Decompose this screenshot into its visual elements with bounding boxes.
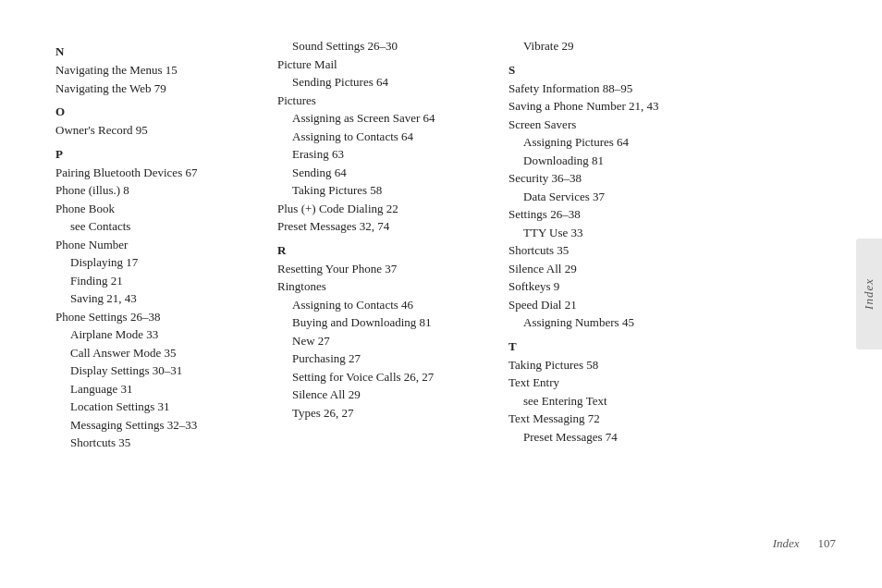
entry-level1: Shortcuts 35 [508,241,721,260]
entry-level1: Text Messaging 72 [508,410,721,428]
entry-level2: Taking Pictures 58 [277,181,499,200]
entry-level2: Sending Pictures 64 [277,73,499,92]
entry-level2: Call Answer Mode 35 [55,344,268,362]
entry-level1: Navigating the Menus 15 [55,61,268,80]
entry-level2: Shortcuts 35 [55,434,268,452]
entry-level1: Saving a Phone Number 21, 43 [508,97,721,116]
section-letter: R [277,243,499,258]
entry-level2: Location Settings 31 [55,398,268,416]
index-tab-label: Index [862,278,876,310]
entry-level2: Silence All 29 [277,386,499,404]
entry-level2: TTY Use 33 [508,224,721,242]
footer: Index 107 [55,527,836,551]
entry-level1: Screen Savers [508,116,721,134]
entry-level1: Plus (+) Code Dialing 22 [277,200,499,218]
entry-level1: Pairing Bluetooth Devices 67 [55,164,268,182]
entry-level1: Text Entry [508,374,721,392]
entry-level2: Assigning Numbers 45 [508,313,721,332]
entry-level2: Preset Messages 74 [508,428,721,447]
section-letter: S [508,63,721,78]
column-1: NNavigating the Menus 15Navigating the W… [55,37,277,527]
entry-level2: Downloading 81 [508,152,721,170]
entry-level2: Finding 21 [55,272,268,290]
entry-level2: Assigning to Contacts 64 [277,128,499,146]
entry-level1: Pictures [277,92,499,110]
column-3: Vibrate 29SSafety Information 88–95Savin… [508,37,730,527]
entry-level1: Phone Number [55,236,268,254]
entry-level2: Display Settings 30–31 [55,361,268,380]
entry-level1: Phone (illus.) 8 [55,181,268,200]
entry-level1: Navigating the Web 79 [55,80,268,98]
entry-level2: Data Services 37 [508,188,721,206]
entry-level2: Vibrate 29 [508,37,721,55]
index-tab: Index [856,239,882,349]
entry-level2: Setting for Voice Calls 26, 27 [277,368,499,386]
entry-level1: Phone Book [55,200,268,218]
footer-label: Index [773,536,800,551]
entry-level2: Language 31 [55,380,268,398]
entry-level2: Assigning as Screen Saver 64 [277,109,499,128]
page: NNavigating the Menus 15Navigating the W… [0,0,882,588]
entry-level2: Messaging Settings 32–33 [55,416,268,435]
entry-level1: Picture Mail [277,55,499,74]
entry-level1: Resetting Your Phone 37 [277,260,499,278]
entry-level1: Speed Dial 21 [508,296,721,314]
entry-level2: Purchasing 27 [277,349,499,368]
entry-level2: Assigning to Contacts 46 [277,296,499,314]
entry-level1: Settings 26–38 [508,205,721,224]
section-letter: P [55,147,268,162]
entry-level2: Types 26, 27 [277,404,499,423]
entry-level2: Assigning Pictures 64 [508,133,721,152]
entry-level1: Softkeys 9 [508,277,721,296]
see-reference: see Entering Text [508,392,721,410]
entry-level1: Silence All 29 [508,260,721,278]
entry-level1: Owner's Record 95 [55,121,268,140]
entry-level1: Taking Pictures 58 [508,356,721,374]
column-2: Sound Settings 26–30Picture MailSending … [277,37,508,527]
entry-level1: Phone Settings 26–38 [55,308,268,326]
entry-level2: Buying and Downloading 81 [277,313,499,332]
entry-level2: Displaying 17 [55,253,268,272]
entry-level2: Sending 64 [277,164,499,182]
section-letter: N [55,44,268,59]
entry-level2: New 27 [277,332,499,350]
section-letter: T [508,339,721,354]
entry-level2: Erasing 63 [277,145,499,164]
section-letter: O [55,104,268,119]
entry-level2: Saving 21, 43 [55,289,268,308]
entry-level1: Security 36–38 [508,169,721,188]
see-reference: see Contacts [55,217,268,236]
content-area: NNavigating the Menus 15Navigating the W… [55,37,836,527]
entry-level1: Preset Messages 32, 74 [277,217,499,236]
entry-level2: Airplane Mode 33 [55,325,268,344]
entry-level2: Sound Settings 26–30 [277,37,499,55]
footer-page-number: 107 [818,536,837,551]
entry-level1: Ringtones [277,277,499,296]
entry-level1: Safety Information 88–95 [508,80,721,98]
